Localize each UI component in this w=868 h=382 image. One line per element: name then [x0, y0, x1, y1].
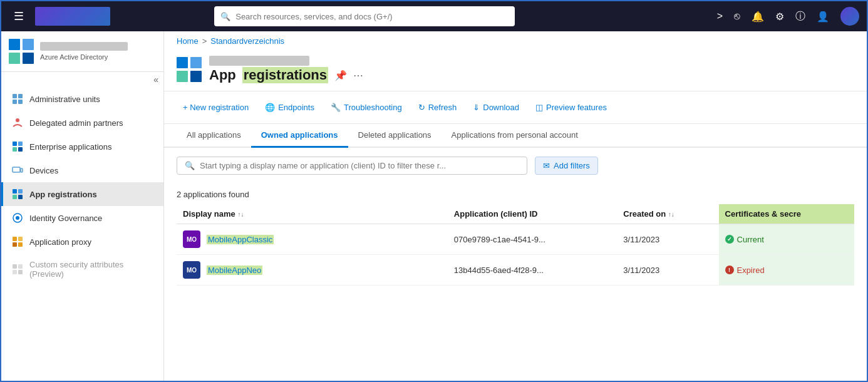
svg-rect-13: [13, 167, 20, 172]
help-icon[interactable]: ⓘ: [795, 10, 805, 23]
col-app-id-label: Application (client) ID: [454, 209, 538, 219]
page-header-title-block: App registrations 📌 ⋯: [209, 56, 363, 83]
sort-icon-created-on[interactable]: ↑↓: [668, 211, 674, 218]
col-created-on[interactable]: Created on ↑↓: [617, 204, 718, 224]
svg-rect-16: [18, 189, 23, 194]
sidebar-item-admin-units[interactable]: Administrative units: [1, 87, 163, 111]
status-label-1: Expired: [737, 266, 765, 275]
filter-search-input[interactable]: [200, 161, 519, 170]
tab-deleted-applications-label: Deleted applications: [358, 130, 431, 140]
brand-logo: [35, 7, 110, 26]
bell-icon[interactable]: 🔔: [752, 11, 764, 23]
enterprise-icon: [12, 141, 23, 152]
svg-rect-5: [18, 94, 23, 98]
global-search-input[interactable]: [235, 12, 509, 21]
result-count: 2 applications found: [177, 183, 854, 204]
page-title-highlight: registrations: [242, 67, 328, 83]
filter-search-box[interactable]: 🔍: [177, 157, 527, 175]
cell-created-on-0: 3/11/2023: [617, 224, 718, 255]
breadcrumb-home[interactable]: Home: [177, 36, 199, 46]
app-cell-1: MO MobileAppNeo: [183, 261, 442, 279]
hamburger-icon[interactable]: ☰: [9, 4, 29, 28]
sidebar-item-enterprise[interactable]: Enterprise applications: [1, 135, 163, 158]
sidebar-item-devices[interactable]: Devices: [1, 158, 163, 182]
svg-rect-30: [190, 57, 202, 68]
col-certs-label: Certificates & secre: [725, 209, 801, 219]
download-button[interactable]: ⇓ Download: [467, 99, 525, 116]
sidebar-collapse-button[interactable]: «: [153, 75, 158, 85]
cell-app-id-1: 13b44d55-6aed-4f28-9...: [448, 255, 617, 286]
pin-button[interactable]: 📌: [334, 70, 347, 81]
troubleshooting-button[interactable]: 🔧 Troubleshooting: [324, 99, 408, 116]
search-icon: 🔍: [220, 12, 230, 21]
tab-deleted-applications[interactable]: Deleted applications: [348, 124, 442, 148]
svg-rect-10: [18, 142, 23, 146]
status-current-0: ✓ Current: [725, 235, 848, 244]
tabs-bar: All applications Owned applications Dele…: [164, 124, 867, 148]
svg-rect-14: [21, 168, 23, 172]
col-display-name[interactable]: Display name ↑↓: [177, 204, 448, 224]
sidebar-item-app-registrations[interactable]: App registrations: [1, 182, 163, 206]
more-options-button[interactable]: ⋯: [353, 70, 363, 81]
cell-app-id-0: 070e9789-c1ae-4541-9...: [448, 224, 617, 255]
status-label-0: Current: [737, 235, 764, 244]
app-reg-icon: [12, 188, 23, 200]
breadcrumb-current[interactable]: Standardverzeichnis: [210, 36, 284, 46]
tab-personal-account[interactable]: Applications from personal account: [442, 124, 588, 148]
svg-rect-0: [9, 39, 20, 50]
download-label: Download: [483, 103, 519, 112]
user-avatar[interactable]: [840, 7, 859, 26]
tab-all-applications[interactable]: All applications: [177, 124, 251, 148]
refresh-label: Refresh: [428, 103, 457, 112]
app-name-link-1[interactable]: MobileAppNeo: [207, 266, 262, 275]
app-avatar-0: MO: [183, 230, 200, 248]
endpoints-button[interactable]: 🌐 Endpoints: [259, 99, 321, 116]
tab-owned-applications[interactable]: Owned applications: [251, 124, 348, 148]
svg-rect-7: [18, 100, 23, 104]
user-icon[interactable]: 👤: [817, 11, 829, 23]
table-row: MO MobileAppClassic 070e9789-c1ae-4541-9…: [177, 224, 854, 255]
settings-icon[interactable]: ⚙: [775, 11, 784, 23]
sort-icon-display-name[interactable]: ↑↓: [237, 211, 244, 218]
svg-rect-17: [13, 195, 17, 199]
tab-owned-applications-label: Owned applications: [261, 130, 338, 140]
svg-rect-24: [18, 242, 23, 247]
status-dot-green-0: ✓: [725, 235, 734, 244]
sidebar-org-bar: [40, 42, 128, 51]
table-row: MO MobileAppNeo 13b44d55-6aed-4f28-9...3…: [177, 255, 854, 286]
main-layout: Azure Active Directory « Administrative …: [1, 31, 867, 382]
security-icon: [12, 264, 23, 275]
sidebar-item-delegated[interactable]: Delegated admin partners: [1, 111, 163, 135]
new-registration-button[interactable]: + New registration: [177, 99, 255, 116]
cell-display-name-1: MO MobileAppNeo: [177, 255, 448, 286]
preview-features-button[interactable]: ◫ Preview features: [529, 99, 613, 116]
svg-rect-3: [23, 53, 34, 64]
app-cell-0: MO MobileAppClassic: [183, 230, 442, 248]
troubleshooting-label: Troubleshooting: [344, 103, 402, 112]
terminal-icon[interactable]: >: [717, 11, 723, 22]
sidebar-item-custom-security[interactable]: Custom security attributes (Preview): [1, 254, 163, 285]
global-search-box[interactable]: 🔍: [214, 6, 515, 26]
search-box-icon: 🔍: [185, 161, 195, 170]
partner-icon: [12, 117, 23, 128]
sidebar: Azure Active Directory « Administrative …: [1, 31, 164, 382]
svg-rect-2: [9, 53, 20, 64]
svg-point-20: [16, 216, 19, 220]
toolbar: + New registration 🌐 Endpoints 🔧 Trouble…: [164, 91, 867, 124]
filter-icon: ✉: [543, 161, 550, 170]
svg-rect-31: [177, 71, 188, 82]
breadcrumb: Home > Standardverzeichnis: [164, 31, 867, 51]
refresh-button[interactable]: ↻ Refresh: [412, 99, 463, 116]
sidebar-item-identity-governance[interactable]: Identity Governance: [1, 206, 163, 230]
add-filters-button[interactable]: ✉ Add filters: [535, 157, 598, 175]
app-name-link-0[interactable]: MobileAppClassic: [207, 235, 274, 244]
svg-rect-23: [13, 242, 17, 247]
svg-rect-32: [190, 71, 202, 82]
sidebar-collapse-area: «: [1, 72, 163, 87]
feedback-icon[interactable]: ⎋: [734, 11, 740, 22]
sidebar-item-app-proxy[interactable]: Application proxy: [1, 230, 163, 254]
svg-rect-29: [177, 57, 188, 68]
page-title: App registrations 📌 ⋯: [209, 67, 363, 83]
page-header-logo: [177, 57, 202, 82]
svg-rect-22: [18, 237, 23, 241]
